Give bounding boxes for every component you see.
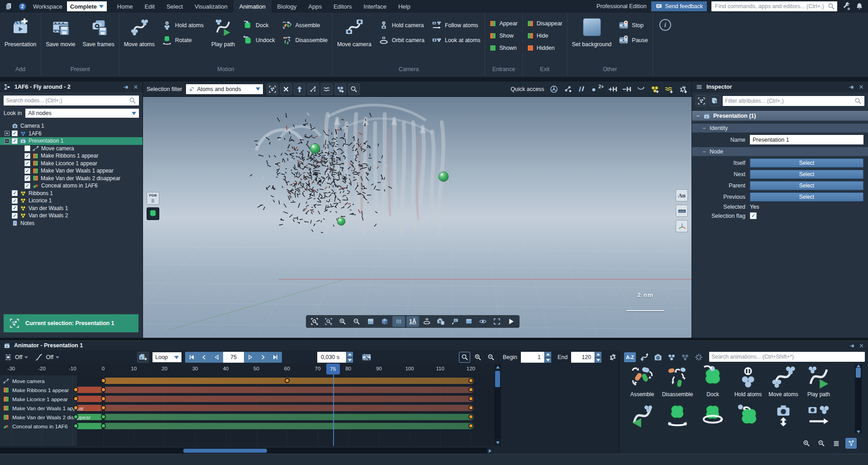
- qa-button-ion[interactable]: 2+: [591, 84, 604, 95]
- zoom-fit-button[interactable]: [459, 352, 470, 363]
- close-icon[interactable]: [858, 84, 864, 90]
- gallery-toolbar-molecule-alt-button[interactable]: [680, 352, 690, 363]
- timeline-track-make-ribbons-1-appear[interactable]: [76, 387, 103, 393]
- animation-tile-move-atoms[interactable]: Move atoms: [766, 364, 801, 398]
- previous-frame-button[interactable]: [198, 352, 210, 363]
- viewport-button-visibility[interactable]: [477, 316, 489, 327]
- ribbon-button-play-path[interactable]: Play path: [209, 14, 237, 48]
- tree-item-conceal-atoms-in-1af6[interactable]: Conceal atoms in 1AF6: [0, 182, 143, 190]
- select-button-itself[interactable]: Select: [750, 158, 863, 168]
- gallery-scrollbar[interactable]: [855, 364, 862, 433]
- scroll-up-button[interactable]: [494, 364, 501, 370]
- keyframe-conceal-atoms-in-1af6-120[interactable]: [468, 423, 473, 428]
- tree-item-ribbons-1[interactable]: Ribbons 1: [0, 190, 143, 197]
- select-button-next[interactable]: Select: [750, 170, 863, 179]
- keyframe-move-camera-0[interactable]: [101, 378, 106, 383]
- animation-tile-assemble[interactable]: Assemble: [625, 364, 659, 398]
- filter-button-select-add[interactable]: [334, 83, 346, 95]
- scrollbar-thumb[interactable]: [856, 368, 861, 378]
- animation-tile-rotate[interactable]: [660, 403, 695, 429]
- animation-search-input[interactable]: [711, 354, 863, 360]
- tree-item-notes[interactable]: Notes: [0, 220, 143, 227]
- ribbon-button-look-at-atoms[interactable]: Look at atoms: [430, 35, 482, 46]
- menu-item-home[interactable]: Home: [111, 0, 139, 13]
- tree-item-presentation-1[interactable]: −Presentation 1: [0, 137, 143, 145]
- viewport-button-callout[interactable]: [448, 316, 461, 327]
- keyframe-make-licorice-1-appear-120[interactable]: [468, 396, 473, 401]
- expander-minus-icon[interactable]: −: [5, 139, 10, 144]
- checkbox[interactable]: [24, 168, 30, 174]
- begin-frame-field[interactable]: 1: [521, 352, 544, 363]
- 3d-scene[interactable]: [143, 97, 692, 338]
- animator-settings-button[interactable]: [607, 352, 618, 363]
- keyframe-make-ribbons-1-appear-120[interactable]: [468, 387, 473, 392]
- tree-item-licorice-1[interactable]: Licorice 1: [0, 197, 143, 205]
- ribbon-button-save-movie[interactable]: Save movie: [44, 14, 77, 48]
- frame-interval-field[interactable]: 0,030 s: [317, 352, 346, 363]
- blob-loader-button[interactable]: [147, 207, 159, 220]
- qa-button-add-visual-model[interactable]: [650, 84, 660, 95]
- keyframe-make-van-der-waals-2-disappear-0[interactable]: [101, 414, 106, 419]
- tree-item-camera-1[interactable]: Camera 1: [0, 122, 143, 130]
- animation-tile-play-path-reverse[interactable]: [625, 403, 659, 429]
- keyframe-make-van-der-waals-2-disappear-120[interactable]: [468, 414, 473, 419]
- menu-item-apps[interactable]: Apps: [302, 0, 328, 13]
- ribbon-button-hide[interactable]: Hide: [525, 30, 564, 41]
- spin-up-button[interactable]: [545, 352, 551, 357]
- ribbon-button-dock[interactable]: Dock: [241, 20, 277, 31]
- select-button-parent[interactable]: Select: [750, 181, 863, 190]
- viewport-button-snapshot[interactable]: [434, 316, 447, 327]
- checkbox[interactable]: [12, 190, 18, 196]
- global-search-input[interactable]: [715, 3, 827, 10]
- menu-item-interface[interactable]: Interface: [358, 0, 392, 13]
- viewport-button-turntable[interactable]: [420, 316, 433, 327]
- filter-button-select-similar[interactable]: [321, 83, 333, 95]
- pin-icon[interactable]: [848, 84, 854, 90]
- timeline-row-label-move-camera[interactable]: Move camera: [0, 377, 44, 385]
- pdb-loader-button[interactable]: PDB: [147, 192, 159, 205]
- viewport-button-background[interactable]: [364, 316, 377, 327]
- keyframe-conceal-atoms-in-1af6--9[interactable]: [73, 423, 78, 428]
- keyframe-make-van-der-waals-2-disappear--9[interactable]: [73, 414, 78, 419]
- collapse-icon[interactable]: −: [696, 113, 700, 119]
- zoom-out-button[interactable]: [485, 352, 496, 363]
- menu-item-select[interactable]: Select: [161, 0, 189, 13]
- viewport-button-viewport-layout[interactable]: [463, 316, 475, 327]
- end-frame-field[interactable]: 120: [571, 352, 595, 363]
- viewport-button-zoom-in[interactable]: [336, 316, 349, 327]
- play-backward-button[interactable]: [210, 352, 223, 363]
- filter-button-deselect[interactable]: [280, 83, 292, 95]
- menu-item-visualization[interactable]: Visualization: [189, 0, 234, 13]
- notifications-bell-icon[interactable]: [855, 2, 863, 10]
- sort-alphabetical-button[interactable]: A-Z: [624, 352, 636, 362]
- workspace-mode-dropdown[interactable]: Complete: [67, 1, 107, 11]
- animation-tile-follow-atoms[interactable]: [801, 403, 836, 429]
- menu-item-editors[interactable]: Editors: [328, 0, 358, 13]
- spin-up-button[interactable]: [595, 352, 601, 357]
- gallery-zoom-out-button[interactable]: [816, 438, 827, 449]
- section-presentation[interactable]: − Presentation (1): [692, 111, 868, 121]
- ribbon-button-move-atoms[interactable]: Move atoms: [122, 14, 157, 48]
- current-frame-field[interactable]: 75: [223, 352, 244, 363]
- ribbon-button-orbit-camera[interactable]: Orbit camera: [377, 35, 426, 46]
- menu-item-animation[interactable]: Animation: [234, 0, 272, 13]
- timeline-track-make-ribbons-1-appear[interactable]: [103, 387, 474, 393]
- keyframe-make-van-der-waals-1-appear-0[interactable]: [101, 405, 106, 410]
- play-forward-button[interactable]: [244, 352, 257, 363]
- keyframe-make-ribbons-1-appear--9[interactable]: [73, 387, 78, 392]
- send-feedback-button[interactable]: Send feedback: [651, 1, 707, 11]
- filter-button-select-connected[interactable]: [307, 83, 319, 95]
- qa-button-add-simulator[interactable]: [664, 84, 674, 95]
- keyframe-move-camera-60[interactable]: [285, 378, 290, 383]
- viewport-button-play[interactable]: [505, 316, 517, 327]
- timeline-row-label-make-van-der-waals-1-appear[interactable]: Make Van der Waals 1 appear: [0, 404, 84, 412]
- timeline-track-make-licorice-1-appear[interactable]: [103, 396, 474, 402]
- spin-down-button[interactable]: [347, 358, 353, 363]
- timeline-row-label-make-ribbons-1-appear[interactable]: Make Ribbons 1 appear: [0, 386, 69, 394]
- menu-item-help[interactable]: Help: [392, 0, 416, 13]
- node-search-input[interactable]: [6, 97, 129, 104]
- animation-tile-undock[interactable]: [731, 403, 765, 429]
- keyframe-conceal-atoms-in-1af6-0[interactable]: [101, 423, 106, 428]
- keyframe-make-licorice-1-appear--9[interactable]: [73, 396, 78, 401]
- loop-mode-dropdown[interactable]: Loop: [153, 352, 181, 362]
